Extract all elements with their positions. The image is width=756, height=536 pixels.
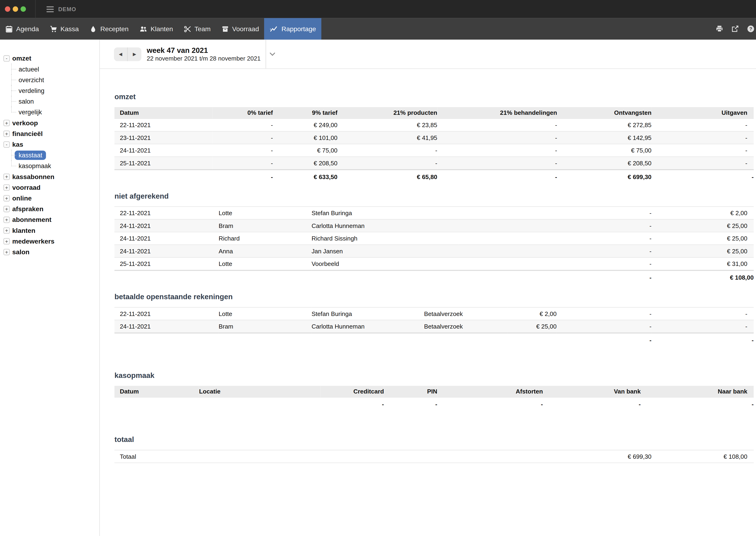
tree-node: vergelijk [11, 107, 99, 117]
nav-tab-klanten[interactable]: Klanten [134, 18, 178, 40]
sidebar-item-omzet[interactable]: omzet [12, 54, 31, 62]
section-kasopmaak: kasopmaakDatumLocatieCreditcardPINAfstor… [114, 371, 756, 412]
table-betaalde: 22-11-2021LotteStefan BuringaBetaalverzo… [114, 307, 754, 348]
table-cell: Lotte [219, 307, 312, 320]
share-icon [731, 25, 739, 33]
help-button[interactable]: ? [747, 25, 755, 33]
table-cell: - [651, 307, 754, 320]
table-cell: 25-11-2021 [114, 257, 219, 271]
expander-toggle[interactable]: - [4, 55, 10, 61]
table-cell: 24-11-2021 [114, 245, 219, 257]
table-cell: - [337, 144, 437, 157]
expander-toggle[interactable]: + [4, 238, 10, 244]
expander-toggle[interactable]: + [4, 206, 10, 212]
period-text[interactable]: week 47 van 2021 22 november 2021 t/m 28… [147, 46, 260, 62]
table-row: 23-11-2021-€ 101,00€ 41,95-€ 142,95- [114, 131, 754, 144]
sidebar-item-kassabonnen[interactable]: kassabonnen [12, 173, 54, 180]
nav-tab-team[interactable]: Team [178, 18, 216, 40]
sidebar-item-financie-l[interactable]: financieël [12, 130, 43, 137]
prev-week-button[interactable]: ◀ [114, 47, 128, 61]
expander-toggle[interactable]: + [4, 119, 10, 126]
table-cell [219, 333, 312, 348]
menu-icon[interactable] [46, 9, 54, 10]
share-button[interactable] [731, 25, 739, 33]
section-niet_afgerekend: niet afgerekend22-11-2021LotteStefan Bur… [114, 192, 756, 285]
table-cell: - [437, 397, 543, 412]
sidebar-item-overzicht[interactable]: overzicht [18, 76, 44, 84]
expander-toggle[interactable]: - [4, 141, 10, 148]
sidebar-item-klanten[interactable]: klanten [12, 226, 35, 234]
table-niet_afgerekend: 22-11-2021LotteStefan Buringa-€ 2,0024-1… [114, 206, 754, 285]
next-week-button[interactable]: ▶ [128, 47, 141, 61]
table-cell: Stefan Buringa [312, 307, 424, 320]
sidebar-item-kasstaat[interactable]: kasstaat [15, 151, 46, 160]
table-cell: € 25,00 [507, 320, 557, 333]
expander-toggle[interactable]: + [4, 173, 10, 180]
sidebar-item-verkoop[interactable]: verkoop [12, 119, 38, 126]
sidebar-item-kas[interactable]: kas [12, 141, 23, 148]
minimize-window-button[interactable] [13, 6, 18, 12]
table-cell: - [458, 245, 652, 257]
maximize-window-button[interactable] [20, 6, 26, 12]
print-button[interactable] [715, 25, 723, 33]
totals-row: -- [114, 333, 754, 348]
column-header: Datum [114, 386, 199, 397]
table-cell: Richard [219, 232, 312, 245]
totals-row: -€ 108,00 [114, 270, 754, 285]
sidebar-item-verdeling[interactable]: verdeling [18, 87, 45, 94]
close-window-button[interactable] [5, 6, 10, 12]
table-cell: - [458, 219, 652, 232]
sidebar-item-afspraken[interactable]: afspraken [12, 205, 43, 213]
chevron-down-icon[interactable] [269, 52, 275, 56]
nav-tab-agenda[interactable]: Agenda [0, 18, 44, 40]
expander-toggle[interactable]: + [4, 195, 10, 201]
table-cell: - [651, 170, 754, 184]
expander-toggle[interactable]: + [4, 130, 10, 137]
titlebar-right: DEMO [36, 0, 76, 18]
table-cell: € 31,00 [651, 257, 754, 271]
nav-tab-voorraad[interactable]: Voorraad [216, 18, 264, 40]
sidebar-item-medewerkers[interactable]: medewerkers [12, 238, 54, 245]
tree-children: kasstaatkasopmaak [11, 150, 99, 171]
app-window: DEMO AgendaKassaReceptenKlantenTeamVoorr… [0, 0, 756, 536]
table-cell: - [437, 157, 557, 170]
sidebar-item-voorraad[interactable]: voorraad [12, 184, 40, 191]
sidebar-item-kasopmaak[interactable]: kasopmaak [18, 162, 51, 170]
table-totaal: Totaal€ 699,30€ 108,00 [114, 450, 754, 463]
period-title: week 47 van 2021 [147, 46, 260, 54]
table-cell: Jan Jansen [312, 245, 458, 257]
app-title: DEMO [58, 6, 76, 12]
table-row: Totaal€ 699,30€ 108,00 [114, 450, 754, 463]
table-cell [199, 397, 321, 412]
expander-toggle[interactable]: + [4, 249, 10, 255]
section-title: omzet [114, 92, 756, 101]
table-cell: - [458, 270, 652, 285]
tree-node: kasstaat [11, 150, 99, 160]
sidebar-item-online[interactable]: online [12, 194, 31, 202]
expander-toggle[interactable]: + [4, 227, 10, 233]
expander-toggle[interactable]: + [4, 184, 10, 190]
tree-node: +afspraken [0, 204, 99, 214]
sidebar-item-salon[interactable]: salon [12, 248, 29, 256]
sidebar-item-abonnement[interactable]: abonnement [12, 216, 52, 223]
table-cell: 23-11-2021 [114, 131, 212, 144]
nav-tab-recepten[interactable]: Recepten [84, 18, 134, 40]
table-cell: - [212, 144, 273, 157]
table-cell: € 75,00 [273, 144, 337, 157]
sidebar-item-actueel[interactable]: actueel [18, 65, 39, 73]
table-cell: € 101,00 [273, 131, 337, 144]
section-totaal: totaalTotaal€ 699,30€ 108,00 [114, 435, 756, 463]
column-header: 21% producten [337, 107, 437, 118]
droplet-icon [89, 25, 97, 33]
tree-node: +abonnement [0, 214, 99, 225]
table-cell: 24-11-2021 [114, 232, 219, 245]
nav-tabs: AgendaKassaReceptenKlantenTeamVoorraadRa… [0, 18, 322, 40]
table-cell: - [651, 118, 754, 131]
nav-tab-rapportage[interactable]: Rapportage [264, 18, 322, 40]
table-cell: Richard Sissingh [312, 232, 458, 245]
sidebar-item-salon[interactable]: salon [18, 98, 34, 105]
sidebar-item-vergelijk[interactable]: vergelijk [18, 108, 42, 116]
nav-tab-kassa[interactable]: Kassa [44, 18, 84, 40]
tree-node: +kassabonnen [0, 171, 99, 182]
expander-toggle[interactable]: + [4, 216, 10, 222]
